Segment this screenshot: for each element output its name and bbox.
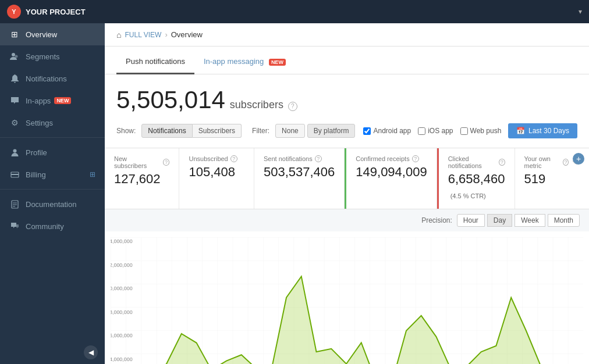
ios-checkbox[interactable] [418, 127, 425, 135]
collapse-button[interactable]: ◀ [84, 345, 98, 359]
show-subscribers-btn[interactable]: Subscribers [193, 124, 242, 138]
sidebar-label-inapps: In-apps [26, 97, 51, 105]
subscribers-number: 5,505,014 [116, 86, 225, 114]
chart-section: Precision: Hour Day Week Month [105, 209, 589, 364]
checkbox-group: Android app iOS app Web push [363, 127, 501, 135]
tabs-bar: Push notifications In-app messaging NEW [105, 47, 589, 74]
metric-add-button-container: + [573, 153, 584, 165]
sidebar-label-documentation: Documentation [26, 200, 76, 209]
topbar-chevron[interactable]: ▾ [579, 8, 582, 16]
overview-icon: ⊞ [9, 29, 20, 40]
android-label: Android app [373, 127, 411, 135]
chart-area: 14,000,000 12,000,000 10,000,000 8,000,0… [105, 231, 589, 364]
sidebar-item-segments[interactable]: Segments [0, 45, 105, 67]
ctr-label: (4.5 % CTR) [450, 192, 486, 199]
project-icon: Y [7, 5, 21, 19]
sidebar-item-settings[interactable]: ⚙ Settings [0, 112, 105, 134]
sidebar-label-segments: Segments [26, 52, 60, 61]
metric-new-subscribers: New subscribers ? 127,602 [105, 148, 179, 209]
webpush-checkbox[interactable] [460, 127, 468, 135]
tab-push-label: Push notifications [126, 57, 185, 66]
metric-confirmed-value: 149,094,009 [356, 165, 427, 180]
main-content: ⌂ FULL VIEW › Overview Push notification… [105, 23, 589, 364]
precision-week-btn[interactable]: Week [515, 214, 545, 227]
sidebar-item-notifications[interactable]: Notifications [0, 67, 105, 90]
subscribers-info-icon[interactable]: ? [288, 102, 297, 111]
metric-sent: Sent notifications ? 503,537,406 [254, 148, 345, 209]
show-notifications-btn[interactable]: Notifications [141, 124, 192, 138]
sidebar-label-profile: Profile [26, 148, 47, 157]
metric-confirmed-title: Confirmed receipts ? [356, 155, 427, 162]
ios-label: iOS app [428, 127, 453, 135]
metric-new-subs-title: New subscribers ? [114, 155, 169, 169]
sidebar-item-overview[interactable]: ⊞ Overview [0, 23, 105, 45]
metric-clicked-title: Clicked notifications ? [448, 155, 505, 169]
clicked-info[interactable]: ? [499, 159, 505, 166]
date-range-label: Last 30 Days [528, 127, 569, 135]
home-icon[interactable]: ⌂ [116, 30, 121, 40]
metric-unsubscribed: Unsubscribed ? 105,408 [179, 148, 254, 209]
sidebar-label-community: Community [26, 222, 64, 231]
custom-info[interactable]: ? [563, 159, 569, 166]
webpush-checkbox-label[interactable]: Web push [460, 127, 502, 135]
new-subs-info[interactable]: ? [163, 159, 170, 166]
sidebar-item-billing[interactable]: Billing ⊞ [0, 163, 105, 185]
metric-clicked: Clicked notifications ? 6,658,460 (4.5 %… [437, 148, 515, 209]
project-name: YOUR PROJECT [26, 8, 579, 16]
tab-push-notifications[interactable]: Push notifications [116, 50, 194, 74]
subscribers-label: subscribers [230, 99, 283, 111]
tab-inapp-messaging[interactable]: In-app messaging NEW [194, 50, 295, 74]
sidebar-item-profile[interactable]: Profile [0, 141, 105, 163]
unsub-info[interactable]: ? [230, 155, 237, 162]
settings-icon: ⚙ [9, 117, 20, 128]
content-area: 5,505,014 subscribers ? Show: Notificati… [105, 74, 589, 364]
billing-add-icon[interactable]: ⊞ [90, 170, 95, 179]
community-icon [9, 221, 20, 231]
billing-icon [9, 169, 20, 180]
android-checkbox[interactable] [363, 127, 371, 135]
documentation-icon [9, 199, 20, 209]
inapps-icon [9, 95, 20, 106]
breadcrumb: ⌂ FULL VIEW › Overview [105, 23, 589, 47]
android-checkbox-label[interactable]: Android app [363, 127, 411, 135]
svg-text:4,000,000: 4,000,000 [111, 356, 133, 362]
full-view-link[interactable]: FULL VIEW [125, 31, 161, 39]
precision-row: Precision: Hour Day Week Month [105, 209, 589, 231]
filter-none-btn[interactable]: None [275, 124, 305, 138]
metric-sent-value: 503,537,406 [264, 165, 335, 180]
sidebar-label-billing: Billing [26, 170, 46, 179]
precision-month-btn[interactable]: Month [548, 214, 580, 227]
webpush-label: Web push [470, 127, 502, 135]
date-range-button[interactable]: 📅 Last 30 Days [508, 123, 577, 138]
show-label: Show: [116, 127, 136, 135]
topbar: Y YOUR PROJECT ▾ [0, 0, 589, 23]
svg-text:8,000,000: 8,000,000 [111, 309, 133, 315]
breadcrumb-current: Overview [171, 30, 203, 39]
metric-sent-title: Sent notifications ? [264, 155, 335, 162]
ios-checkbox-label[interactable]: iOS app [418, 127, 453, 135]
sidebar-item-community[interactable]: Community [0, 215, 105, 237]
confirmed-info[interactable]: ? [412, 155, 419, 162]
svg-point-2 [13, 149, 16, 152]
controls-row: Show: Notifications Subscribers Filter: … [116, 123, 577, 138]
show-toggle: Notifications Subscribers [141, 124, 242, 138]
precision-hour-btn[interactable]: Hour [457, 214, 485, 227]
sidebar-item-documentation[interactable]: Documentation [0, 193, 105, 215]
subscribers-count: 5,505,014 subscribers ? [116, 86, 577, 114]
profile-icon [9, 147, 20, 158]
add-metric-button[interactable]: + [573, 153, 584, 165]
stats-section: 5,505,014 subscribers ? Show: Notificati… [105, 74, 589, 148]
sent-info[interactable]: ? [315, 155, 322, 162]
svg-rect-4 [11, 174, 19, 175]
sidebar-label-settings: Settings [26, 119, 53, 127]
metrics-row: New subscribers ? 127,602 Unsubscribed ?… [105, 148, 589, 209]
filter-platform-btn[interactable]: By platform [307, 124, 356, 138]
svg-text:12,000,000: 12,000,000 [111, 262, 133, 268]
chart-container: 14,000,000 12,000,000 10,000,000 8,000,0… [111, 237, 583, 364]
filter-group: None By platform [275, 124, 355, 138]
svg-point-0 [12, 53, 15, 56]
sidebar-item-inapps[interactable]: In-apps NEW [0, 90, 105, 112]
metric-custom: Your own metric ? ✎ 519 + [515, 148, 589, 209]
svg-text:6,000,000: 6,000,000 [111, 333, 133, 338]
precision-day-btn[interactable]: Day [487, 214, 512, 227]
